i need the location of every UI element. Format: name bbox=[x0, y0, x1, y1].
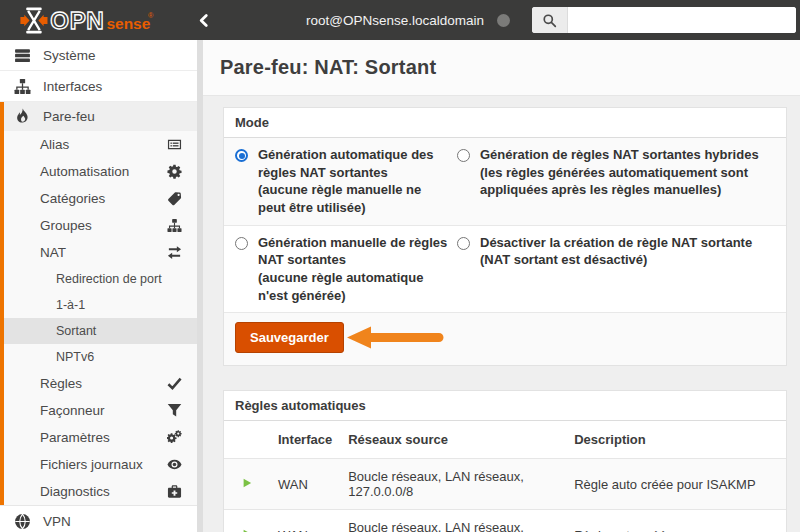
option-note: (NAT sortant est désactivé) bbox=[480, 251, 752, 269]
fire-icon bbox=[14, 108, 31, 125]
radio-generation-automatique[interactable] bbox=[235, 149, 248, 162]
column-source: Réseaux source bbox=[340, 421, 566, 459]
content-header: Pare-feu: NAT: Sortant bbox=[203, 40, 800, 96]
table-row: WAN Boucle réseaux, LAN réseaux, 127.0.0… bbox=[224, 459, 786, 510]
table-row: WAN Boucle réseaux, LAN réseaux, 127.0.0… bbox=[224, 510, 786, 532]
list-icon bbox=[167, 137, 182, 152]
filter-icon bbox=[167, 403, 182, 418]
sidebar-item-vpn[interactable]: VPN bbox=[0, 505, 197, 532]
cell-interface: WAN bbox=[270, 510, 340, 532]
column-status bbox=[224, 421, 270, 459]
play-icon bbox=[241, 477, 253, 489]
page-title: Pare-feu: NAT: Sortant bbox=[220, 56, 436, 79]
logged-in-user: root@OPNsense.localdomain bbox=[306, 13, 484, 28]
radio-generation-hybride[interactable] bbox=[457, 149, 470, 162]
search-box bbox=[532, 7, 796, 33]
option-note: (les règles générées automatiquement son… bbox=[480, 164, 775, 199]
option-note: (aucune règle manuelle ne peut être util… bbox=[258, 181, 449, 216]
top-header: OPN sense ® root@OPNsense.localdomain bbox=[0, 0, 800, 40]
eye-icon bbox=[167, 457, 182, 472]
rules-panel-title: Règles automatiques bbox=[224, 391, 786, 421]
sidebar-item-groupes[interactable]: Groupes bbox=[4, 212, 197, 239]
cell-source: Boucle réseaux, LAN réseaux, 127.0.0.0/8 bbox=[340, 510, 566, 532]
opnsense-page: OPN sense ® root@OPNsense.localdomain bbox=[0, 0, 800, 532]
globe-icon bbox=[14, 513, 31, 530]
server-icon bbox=[14, 47, 31, 64]
sidebar-section-pare-feu: Pare-feu Alias Automatisation Catégories bbox=[0, 102, 197, 505]
sitemap-icon bbox=[14, 78, 31, 95]
option-label: Génération manuelle de règles NAT sortan… bbox=[258, 234, 449, 269]
medkit-icon bbox=[167, 484, 182, 499]
hourglass-logo-icon bbox=[20, 7, 47, 33]
brand-prefix: OPN bbox=[50, 7, 104, 34]
brand-suffix: sense bbox=[106, 15, 150, 32]
sidebar-item-alias[interactable]: Alias bbox=[4, 131, 197, 158]
cell-description: Règle auto créée pour ISAKMP bbox=[566, 459, 786, 510]
option-label: Désactiver la création de règle NAT sort… bbox=[480, 234, 752, 252]
sidebar-item-pare-feu[interactable]: Pare-feu bbox=[4, 102, 197, 131]
sidebar-item-diagnostics[interactable]: Diagnostics bbox=[4, 478, 197, 505]
radio-desactiver-nat[interactable] bbox=[457, 237, 470, 250]
annotation-arrow-icon bbox=[347, 324, 447, 351]
sidebar-item-parametres[interactable]: Paramètres bbox=[4, 424, 197, 451]
sidebar-item-interfaces[interactable]: Interfaces bbox=[0, 71, 197, 102]
column-description: Description bbox=[566, 421, 786, 459]
play-icon bbox=[241, 528, 253, 532]
sidebar-item-faconneur[interactable]: Façonneur bbox=[4, 397, 197, 424]
sidebar-item-1-a-1[interactable]: 1-à-1 bbox=[4, 292, 197, 318]
rules-panel: Règles automatiques Interface Réseaux so… bbox=[223, 390, 787, 532]
opnsense-logo[interactable]: OPN sense ® bbox=[18, 6, 163, 35]
save-button[interactable]: Sauvegarder bbox=[235, 322, 344, 353]
sidebar-item-systeme[interactable]: Système bbox=[0, 40, 197, 71]
search-icon bbox=[532, 7, 568, 33]
status-indicator-dot bbox=[497, 14, 510, 27]
sidebar-item-fichiers-journaux[interactable]: Fichiers journaux bbox=[4, 451, 197, 478]
option-label: Génération de règles NAT sortantes hybri… bbox=[480, 146, 775, 164]
sidebar-collapse-button[interactable] bbox=[197, 13, 210, 28]
table-header-row: Interface Réseaux source Description bbox=[224, 421, 786, 459]
column-interface: Interface bbox=[270, 421, 340, 459]
sidebar-item-regles[interactable]: Règles bbox=[4, 370, 197, 397]
gear-icon bbox=[167, 164, 182, 179]
main-content: Pare-feu: NAT: Sortant Mode Génération a… bbox=[203, 40, 800, 532]
exchange-icon bbox=[167, 245, 182, 260]
sidebar-item-sortant[interactable]: Sortant bbox=[4, 318, 197, 344]
sidebar-item-redirection-de-port[interactable]: Redirection de port bbox=[4, 266, 197, 292]
cogs-icon bbox=[167, 430, 182, 445]
sidebar-item-automatisation[interactable]: Automatisation bbox=[4, 158, 197, 185]
radio-generation-manuelle[interactable] bbox=[235, 237, 248, 250]
mode-panel: Mode Génération automatique des règles N… bbox=[223, 107, 787, 366]
option-label: Génération automatique des règles NAT so… bbox=[258, 146, 449, 181]
search-input[interactable] bbox=[568, 7, 796, 33]
mode-panel-title: Mode bbox=[224, 108, 786, 138]
check-icon bbox=[167, 376, 182, 391]
sidebar-item-nat[interactable]: NAT bbox=[4, 239, 197, 266]
cell-source: Boucle réseaux, LAN réseaux, 127.0.0.0/8 bbox=[340, 459, 566, 510]
cell-interface: WAN bbox=[270, 459, 340, 510]
brand-registered: ® bbox=[148, 10, 154, 19]
chevron-left-icon bbox=[197, 13, 210, 28]
option-note: (aucune règle automatique n'est générée) bbox=[258, 269, 449, 304]
cell-description: Règle auto créée bbox=[566, 510, 786, 532]
sidebar-item-categories[interactable]: Catégories bbox=[4, 185, 197, 212]
sitemap-icon bbox=[167, 218, 182, 233]
sidebar-item-nptv6[interactable]: NPTv6 bbox=[4, 344, 197, 370]
automatic-rules-table: Interface Réseaux source Description WAN… bbox=[224, 421, 786, 532]
tag-icon bbox=[167, 191, 182, 206]
sidebar-nav: Système Interfaces Pare-feu Alias bbox=[0, 40, 197, 532]
